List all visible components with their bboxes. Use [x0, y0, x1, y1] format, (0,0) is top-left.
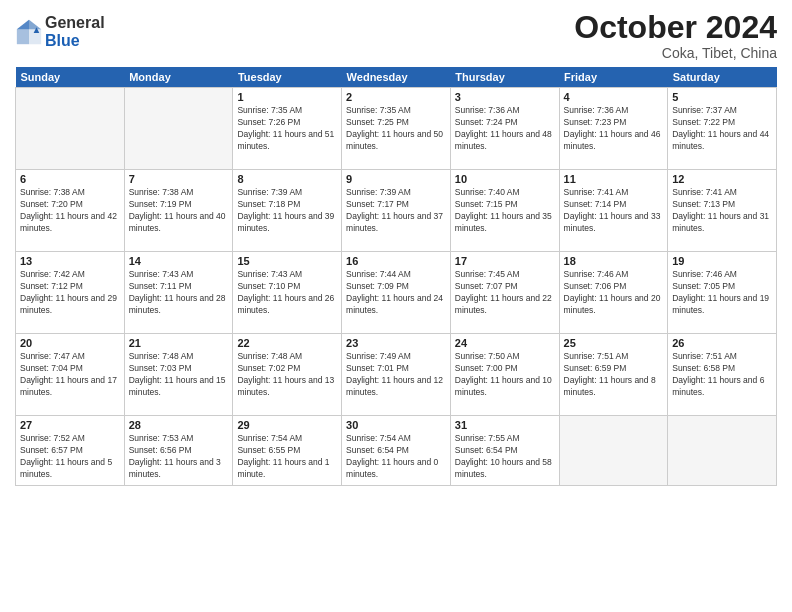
- day-cell: 18Sunrise: 7:46 AMSunset: 7:06 PMDayligh…: [559, 252, 668, 334]
- day-number: 31: [455, 419, 555, 431]
- day-number: 8: [237, 173, 337, 185]
- day-info: Sunrise: 7:45 AMSunset: 7:07 PMDaylight:…: [455, 269, 555, 317]
- day-info: Sunrise: 7:55 AMSunset: 6:54 PMDaylight:…: [455, 433, 555, 481]
- day-number: 18: [564, 255, 664, 267]
- day-cell: 26Sunrise: 7:51 AMSunset: 6:58 PMDayligh…: [668, 334, 777, 416]
- day-number: 26: [672, 337, 772, 349]
- header-thursday: Thursday: [450, 67, 559, 88]
- day-cell: [124, 88, 233, 170]
- day-cell: 27Sunrise: 7:52 AMSunset: 6:57 PMDayligh…: [16, 416, 125, 486]
- day-cell: 25Sunrise: 7:51 AMSunset: 6:59 PMDayligh…: [559, 334, 668, 416]
- day-number: 29: [237, 419, 337, 431]
- day-info: Sunrise: 7:41 AMSunset: 7:13 PMDaylight:…: [672, 187, 772, 235]
- day-number: 14: [129, 255, 229, 267]
- day-cell: 3Sunrise: 7:36 AMSunset: 7:24 PMDaylight…: [450, 88, 559, 170]
- day-info: Sunrise: 7:54 AMSunset: 6:55 PMDaylight:…: [237, 433, 337, 481]
- day-cell: 6Sunrise: 7:38 AMSunset: 7:20 PMDaylight…: [16, 170, 125, 252]
- day-info: Sunrise: 7:52 AMSunset: 6:57 PMDaylight:…: [20, 433, 120, 481]
- day-info: Sunrise: 7:53 AMSunset: 6:56 PMDaylight:…: [129, 433, 229, 481]
- header-saturday: Saturday: [668, 67, 777, 88]
- day-cell: 29Sunrise: 7:54 AMSunset: 6:55 PMDayligh…: [233, 416, 342, 486]
- day-cell: 12Sunrise: 7:41 AMSunset: 7:13 PMDayligh…: [668, 170, 777, 252]
- day-number: 10: [455, 173, 555, 185]
- svg-marker-2: [17, 19, 29, 28]
- day-info: Sunrise: 7:46 AMSunset: 7:06 PMDaylight:…: [564, 269, 664, 317]
- header: General Blue October 2024 Coka, Tibet, C…: [15, 10, 777, 61]
- day-number: 27: [20, 419, 120, 431]
- day-cell: [559, 416, 668, 486]
- header-tuesday: Tuesday: [233, 67, 342, 88]
- title-area: October 2024 Coka, Tibet, China: [574, 10, 777, 61]
- day-cell: 30Sunrise: 7:54 AMSunset: 6:54 PMDayligh…: [342, 416, 451, 486]
- day-cell: 9Sunrise: 7:39 AMSunset: 7:17 PMDaylight…: [342, 170, 451, 252]
- day-info: Sunrise: 7:48 AMSunset: 7:03 PMDaylight:…: [129, 351, 229, 399]
- day-number: 28: [129, 419, 229, 431]
- logo-blue: Blue: [45, 32, 105, 50]
- day-number: 22: [237, 337, 337, 349]
- day-info: Sunrise: 7:35 AMSunset: 7:25 PMDaylight:…: [346, 105, 446, 153]
- day-cell: 1Sunrise: 7:35 AMSunset: 7:26 PMDaylight…: [233, 88, 342, 170]
- header-sunday: Sunday: [16, 67, 125, 88]
- day-cell: 10Sunrise: 7:40 AMSunset: 7:15 PMDayligh…: [450, 170, 559, 252]
- calendar-page: General Blue October 2024 Coka, Tibet, C…: [0, 0, 792, 612]
- day-number: 15: [237, 255, 337, 267]
- day-cell: 11Sunrise: 7:41 AMSunset: 7:14 PMDayligh…: [559, 170, 668, 252]
- day-number: 24: [455, 337, 555, 349]
- day-number: 16: [346, 255, 446, 267]
- day-cell: [668, 416, 777, 486]
- day-number: 11: [564, 173, 664, 185]
- day-info: Sunrise: 7:54 AMSunset: 6:54 PMDaylight:…: [346, 433, 446, 481]
- day-info: Sunrise: 7:41 AMSunset: 7:14 PMDaylight:…: [564, 187, 664, 235]
- header-wednesday: Wednesday: [342, 67, 451, 88]
- day-cell: 22Sunrise: 7:48 AMSunset: 7:02 PMDayligh…: [233, 334, 342, 416]
- day-number: 23: [346, 337, 446, 349]
- day-info: Sunrise: 7:44 AMSunset: 7:09 PMDaylight:…: [346, 269, 446, 317]
- day-cell: 13Sunrise: 7:42 AMSunset: 7:12 PMDayligh…: [16, 252, 125, 334]
- day-cell: 21Sunrise: 7:48 AMSunset: 7:03 PMDayligh…: [124, 334, 233, 416]
- day-cell: 31Sunrise: 7:55 AMSunset: 6:54 PMDayligh…: [450, 416, 559, 486]
- day-info: Sunrise: 7:36 AMSunset: 7:24 PMDaylight:…: [455, 105, 555, 153]
- day-number: 21: [129, 337, 229, 349]
- day-cell: 16Sunrise: 7:44 AMSunset: 7:09 PMDayligh…: [342, 252, 451, 334]
- weekday-header-row: Sunday Monday Tuesday Wednesday Thursday…: [16, 67, 777, 88]
- svg-marker-1: [29, 19, 41, 28]
- day-number: 25: [564, 337, 664, 349]
- day-info: Sunrise: 7:38 AMSunset: 7:19 PMDaylight:…: [129, 187, 229, 235]
- logo: General Blue: [15, 14, 105, 49]
- day-number: 2: [346, 91, 446, 103]
- svg-marker-3: [17, 29, 29, 44]
- day-info: Sunrise: 7:46 AMSunset: 7:05 PMDaylight:…: [672, 269, 772, 317]
- week-row-4: 20Sunrise: 7:47 AMSunset: 7:04 PMDayligh…: [16, 334, 777, 416]
- day-cell: 4Sunrise: 7:36 AMSunset: 7:23 PMDaylight…: [559, 88, 668, 170]
- week-row-2: 6Sunrise: 7:38 AMSunset: 7:20 PMDaylight…: [16, 170, 777, 252]
- logo-icon: [15, 18, 43, 46]
- day-number: 19: [672, 255, 772, 267]
- day-cell: 2Sunrise: 7:35 AMSunset: 7:25 PMDaylight…: [342, 88, 451, 170]
- day-cell: 24Sunrise: 7:50 AMSunset: 7:00 PMDayligh…: [450, 334, 559, 416]
- day-number: 30: [346, 419, 446, 431]
- day-cell: 23Sunrise: 7:49 AMSunset: 7:01 PMDayligh…: [342, 334, 451, 416]
- calendar-table: Sunday Monday Tuesday Wednesday Thursday…: [15, 67, 777, 486]
- day-info: Sunrise: 7:43 AMSunset: 7:11 PMDaylight:…: [129, 269, 229, 317]
- logo-text: General Blue: [45, 14, 105, 49]
- day-info: Sunrise: 7:47 AMSunset: 7:04 PMDaylight:…: [20, 351, 120, 399]
- day-info: Sunrise: 7:35 AMSunset: 7:26 PMDaylight:…: [237, 105, 337, 153]
- day-info: Sunrise: 7:51 AMSunset: 6:58 PMDaylight:…: [672, 351, 772, 399]
- day-info: Sunrise: 7:49 AMSunset: 7:01 PMDaylight:…: [346, 351, 446, 399]
- day-info: Sunrise: 7:51 AMSunset: 6:59 PMDaylight:…: [564, 351, 664, 399]
- location: Coka, Tibet, China: [574, 45, 777, 61]
- day-cell: 5Sunrise: 7:37 AMSunset: 7:22 PMDaylight…: [668, 88, 777, 170]
- day-cell: 19Sunrise: 7:46 AMSunset: 7:05 PMDayligh…: [668, 252, 777, 334]
- week-row-1: 1Sunrise: 7:35 AMSunset: 7:26 PMDaylight…: [16, 88, 777, 170]
- day-number: 5: [672, 91, 772, 103]
- header-friday: Friday: [559, 67, 668, 88]
- day-number: 6: [20, 173, 120, 185]
- day-info: Sunrise: 7:48 AMSunset: 7:02 PMDaylight:…: [237, 351, 337, 399]
- week-row-5: 27Sunrise: 7:52 AMSunset: 6:57 PMDayligh…: [16, 416, 777, 486]
- day-cell: 8Sunrise: 7:39 AMSunset: 7:18 PMDaylight…: [233, 170, 342, 252]
- day-info: Sunrise: 7:50 AMSunset: 7:00 PMDaylight:…: [455, 351, 555, 399]
- day-number: 12: [672, 173, 772, 185]
- day-info: Sunrise: 7:43 AMSunset: 7:10 PMDaylight:…: [237, 269, 337, 317]
- day-number: 20: [20, 337, 120, 349]
- day-number: 13: [20, 255, 120, 267]
